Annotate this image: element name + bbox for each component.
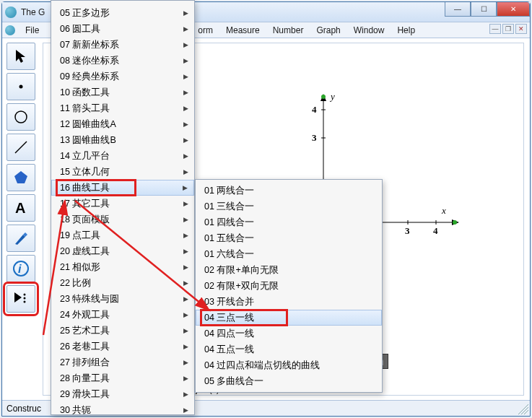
menu-item-label: 05 正多边形 [60,7,110,19]
menu-item[interactable]: 09 经典坐标系▶ [51,69,194,84]
menu-item[interactable]: 25 艺术工具▶ [51,323,194,339]
menu-item[interactable]: 08 迷你坐标系▶ [51,53,194,69]
submenu-item[interactable]: 04 三点一线 [196,310,382,326]
menu-item-label: 18 页面模版 [60,214,110,226]
menu-item[interactable]: 14 立几平台▶ [51,148,194,164]
menu-item[interactable]: 28 向量工具▶ [51,370,194,386]
submenu-item[interactable]: 02 有限+单向无限 [196,262,382,278]
submenu-arrow-icon: ▶ [183,57,188,64]
submenu-item[interactable]: 05 多曲线合一 [196,373,382,389]
menu-file[interactable]: File [19,24,45,37]
menu-item[interactable]: 20 虚线工具▶ [51,243,194,259]
submenu-arrow-icon: ▶ [183,168,188,175]
window-title: The G [21,7,45,17]
menu-item-label: 27 排列组合 [60,357,110,369]
menu-item[interactable]: 11 箭头工具▶ [51,100,194,116]
menu-transform[interactable]: orm [192,24,219,37]
svg-point-8 [24,297,26,300]
submenu-item[interactable]: 04 五点一线 [196,341,382,357]
menu-item[interactable]: 15 立体几何▶ [51,164,194,180]
svg-point-1 [15,111,27,123]
menu-item[interactable]: 17 其它工具▶ [51,196,194,212]
menu-item-label: 19 点工具 [60,230,100,242]
menu-item[interactable]: 21 相似形▶ [51,259,194,275]
menu-item[interactable]: 16 曲线工具▶ [51,180,194,196]
marker-tool-button[interactable] [6,225,35,252]
submenu-item-label: 01 五线合一 [204,232,254,245]
segment-tool-button[interactable] [6,134,35,161]
status-text: Construc [6,404,41,414]
menu-measure[interactable]: Measure [220,24,266,37]
mdi-restore[interactable]: ❐ [502,24,514,34]
submenu-item-label: 04 四点一线 [204,328,254,340]
compass-tool-button[interactable] [6,103,35,131]
menu-graph[interactable]: Graph [310,24,346,37]
submenu-item[interactable]: 01 五线合一 [196,230,382,246]
resize-grip-icon[interactable] [518,404,528,414]
selection-arrow-tool[interactable] [6,43,35,70]
y-axis-label: y [331,91,335,103]
text-tool-button[interactable]: A [6,194,35,222]
submenu-item[interactable]: 02 有限+双向无限 [196,278,382,294]
submenu-item[interactable]: 01 两线合一 [196,183,382,199]
menu-item[interactable]: 18 页面模版▶ [51,212,194,227]
svg-point-9 [24,301,26,303]
submenu-arrow-icon: ▶ [183,406,188,414]
mdi-minimize[interactable]: — [489,24,501,34]
menu-item-label: 30 共轭 [60,404,91,417]
submenu-item-label: 04 五点一线 [204,344,254,356]
menu-item[interactable]: 12 圆锥曲线A▶ [51,116,194,132]
menu-item[interactable]: 06 圆工具▶ [51,21,194,37]
menu-item[interactable]: 27 排列组合▶ [51,354,194,370]
menu-help[interactable]: Help [391,24,421,37]
left-toolbar: A i [6,43,37,313]
menu-number[interactable]: Number [267,24,310,37]
custom-tools-menu: 05 正多边形▶06 圆工具▶07 新新坐标系▶08 迷你坐标系▶09 经典坐标… [51,0,195,415]
menu-item-label: 10 函数工具 [60,87,110,99]
menu-item[interactable]: 05 正多边形▶ [51,5,194,21]
submenu-item[interactable]: 04 过四点和端点切线的曲线 [196,357,382,373]
custom-tool-button[interactable] [6,285,35,313]
menu-item[interactable]: 13 圆锥曲线B▶ [51,132,194,148]
menu-item[interactable]: 07 新新坐标系▶ [51,37,194,53]
submenu-arrow-icon: ▶ [183,375,188,382]
point-tool-button[interactable] [6,73,35,100]
menu-item-label: 28 向量工具 [60,373,110,385]
menu-item[interactable]: 29 滑块工具▶ [51,386,194,402]
polygon-tool-button[interactable] [6,164,35,191]
menu-item[interactable]: 23 特殊线与圆▶ [51,291,194,307]
menu-item[interactable]: 22 比例▶ [51,275,194,291]
menu-item-label: 15 立体几何 [60,166,110,178]
menu-item[interactable]: 30 共轭▶ [51,402,194,418]
close-button[interactable]: ✕ [497,2,530,17]
submenu-item-label: 04 过四点和端点切线的曲线 [204,360,320,372]
menu-item-label: 26 老巷工具 [60,341,110,353]
x-tick-4: 4 [433,225,438,237]
submenu-item[interactable]: 04 四点一线 [196,326,382,341]
submenu-arrow-icon: ▶ [183,279,188,287]
menu-item[interactable]: 26 老巷工具▶ [51,339,194,354]
svg-point-20 [453,220,457,225]
doc-icon [5,25,15,35]
menu-item[interactable]: 19 点工具▶ [51,227,194,243]
maximize-button[interactable]: ☐ [471,2,497,17]
info-tool-button[interactable]: i [6,255,35,282]
submenu-item[interactable]: 01 六线合一 [196,246,382,262]
submenu-item[interactable]: 01 四线合一 [196,214,382,230]
menu-item[interactable]: 24 外观工具▶ [51,307,194,323]
svg-line-2 [15,141,27,153]
submenu-item-label: 03 开线合并 [204,296,254,308]
submenu-item[interactable]: 01 三线合一 [196,199,382,214]
menu-item-label: 29 滑块工具 [60,388,110,401]
submenu-arrow-icon: ▶ [183,248,188,255]
submenu-item-label: 01 四线合一 [204,217,254,229]
menu-item[interactable]: 10 函数工具▶ [51,84,194,100]
menu-window[interactable]: Window [348,24,391,37]
submenu-arrow-icon: ▶ [183,264,188,271]
mdi-close[interactable]: ✕ [515,24,527,34]
submenu-arrow-icon: ▶ [183,9,188,17]
svg-point-5 [14,261,28,276]
submenu-arrow-icon: ▶ [183,232,188,239]
minimize-button[interactable]: — [445,2,471,17]
submenu-item[interactable]: 03 开线合并 [196,294,382,310]
